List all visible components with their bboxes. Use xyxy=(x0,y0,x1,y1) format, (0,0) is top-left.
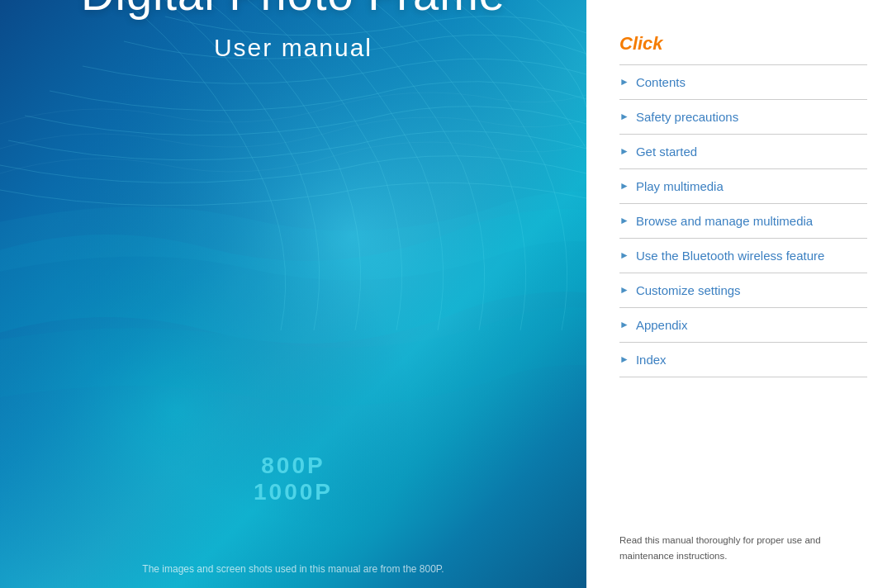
right-panel: Click ►Contents►Safety precautions►Get s… xyxy=(586,0,892,588)
chevron-icon: ► xyxy=(619,284,629,296)
footer-note: Read this manual thoroughly for proper u… xyxy=(619,533,867,563)
model-1000p: 1000P xyxy=(254,479,333,505)
model-800p: 800P xyxy=(254,453,333,479)
chevron-icon: ► xyxy=(619,111,629,122)
nav-item-text: Safety precautions xyxy=(636,108,738,126)
nav-item-safety-precautions[interactable]: ►Safety precautions xyxy=(619,100,867,135)
chevron-icon: ► xyxy=(619,76,629,88)
model-numbers: 800P 1000P xyxy=(254,453,333,505)
chevron-icon: ► xyxy=(619,353,629,365)
nav-item-text: Appendix xyxy=(636,316,688,334)
product-subtitle: User manual xyxy=(81,34,505,62)
nav-item-text: Use the Bluetooth wireless feature xyxy=(636,247,824,264)
nav-item-index[interactable]: ►Index xyxy=(619,343,867,377)
nav-item-contents[interactable]: ►Contents xyxy=(619,65,867,100)
nav-item-browse-and-manage[interactable]: ►Browse and manage multimedia xyxy=(619,204,867,239)
nav-item-text: Customize settings xyxy=(636,282,741,299)
nav-list: ►Contents►Safety precautions►Get started… xyxy=(619,65,867,519)
chevron-icon: ► xyxy=(619,145,629,157)
product-title: Digital Photo Frame xyxy=(81,0,505,21)
chevron-icon: ► xyxy=(619,180,629,192)
nav-item-text: Browse and manage multimedia xyxy=(636,212,813,230)
chevron-icon: ► xyxy=(619,319,629,330)
nav-item-text: Contents xyxy=(636,74,686,91)
nav-item-bluetooth[interactable]: ►Use the Bluetooth wireless feature xyxy=(619,239,867,273)
nav-item-appendix[interactable]: ►Appendix xyxy=(619,308,867,343)
nav-item-get-started[interactable]: ►Get started xyxy=(619,135,867,169)
chevron-icon: ► xyxy=(619,215,629,226)
click-label: Click xyxy=(619,33,867,55)
nav-item-text: Index xyxy=(636,351,667,368)
chevron-icon: ► xyxy=(619,249,629,261)
left-panel: Digital Photo Frame User manual 800P 100… xyxy=(0,0,586,588)
nav-item-text: Get started xyxy=(636,143,697,160)
nav-item-text: Play multimedia xyxy=(636,178,724,195)
nav-item-play-multimedia[interactable]: ►Play multimedia xyxy=(619,169,867,204)
nav-item-customize-settings[interactable]: ►Customize settings xyxy=(619,273,867,308)
bottom-note: The images and screen shots used in this… xyxy=(0,563,586,575)
